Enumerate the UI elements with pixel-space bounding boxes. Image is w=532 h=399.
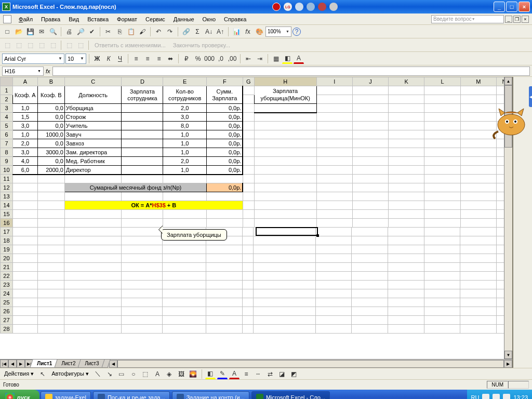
currency-icon[interactable]: ₽ [181, 54, 192, 64]
cell[interactable]: 3,0 [163, 113, 207, 122]
cell[interactable]: 0,0р. [207, 113, 243, 122]
col-header[interactable]: C [64, 77, 122, 86]
tab-prev-icon[interactable]: ◀ [8, 360, 17, 368]
cell[interactable]: Сторож [64, 113, 122, 122]
align-left-icon[interactable]: ≡ [131, 54, 141, 64]
cell[interactable] [206, 298, 242, 307]
cell[interactable] [64, 307, 121, 316]
cell[interactable] [352, 281, 388, 289]
col-header[interactable]: D [122, 77, 163, 86]
cell[interactable] [206, 254, 242, 263]
cell[interactable]: Зарплатауборщица(МинОК) [254, 86, 316, 104]
cell[interactable] [424, 298, 460, 307]
assistant-cat-icon[interactable] [490, 103, 532, 139]
cell[interactable] [163, 289, 206, 298]
col-header[interactable]: B [37, 77, 64, 86]
cell[interactable] [242, 236, 254, 245]
cell[interactable] [64, 289, 121, 298]
row-header[interactable]: 15 [1, 210, 13, 219]
cell[interactable] [37, 289, 64, 298]
cell[interactable]: 1,0 [163, 148, 207, 157]
cell[interactable] [315, 325, 352, 334]
row-header[interactable]: 27 [1, 316, 13, 325]
minimize-button[interactable]: _ [494, 2, 505, 12]
fill-handle[interactable] [316, 234, 319, 237]
cell[interactable] [37, 245, 64, 254]
cell[interactable] [242, 254, 254, 263]
cell[interactable] [64, 263, 121, 272]
diagram-icon[interactable]: ◈ [164, 369, 175, 379]
inc-indent-icon[interactable]: ⇥ [255, 54, 265, 64]
menu-insert[interactable]: Вставка [83, 15, 113, 23]
paste-icon[interactable]: 📋 [126, 26, 136, 37]
cell[interactable] [460, 316, 497, 325]
ask-question-box[interactable]: Введите вопрос▼ [431, 15, 504, 23]
cell[interactable] [242, 316, 254, 325]
cell[interactable] [460, 272, 497, 281]
cell[interactable] [388, 254, 424, 263]
bold-icon[interactable]: Ж [92, 54, 102, 64]
select-all-corner[interactable] [1, 77, 13, 86]
fontcolor-icon[interactable]: A [229, 369, 240, 379]
cell[interactable] [37, 228, 64, 236]
italic-icon[interactable]: К [103, 54, 114, 64]
row-header[interactable]: 4 [1, 113, 13, 122]
cell[interactable] [121, 263, 163, 272]
cell[interactable] [206, 272, 242, 281]
cell[interactable]: 0,0р. [207, 104, 243, 113]
cell[interactable] [388, 228, 424, 236]
cell[interactable]: 2,0 [163, 104, 207, 113]
cell[interactable] [254, 228, 315, 236]
select-icon[interactable]: ↖ [37, 369, 48, 379]
cell[interactable]: 0,0 [37, 139, 64, 148]
cell[interactable] [12, 254, 37, 263]
linecolor-icon[interactable]: ✎ [217, 369, 228, 379]
cell[interactable]: Директор [64, 166, 122, 175]
clock[interactable]: 13:23 [513, 394, 528, 399]
cell[interactable] [388, 236, 424, 245]
cell[interactable] [254, 281, 315, 289]
cell[interactable]: 0,0 [37, 113, 64, 122]
cell[interactable] [64, 325, 121, 334]
row-header[interactable]: 1 [1, 86, 13, 95]
close-button[interactable]: × [518, 2, 530, 12]
cell[interactable]: 4,0 [12, 157, 37, 166]
cell[interactable] [388, 245, 424, 254]
cut-icon[interactable]: ✂ [103, 26, 113, 37]
cell[interactable] [388, 325, 424, 334]
cell[interactable]: 0,0р. [207, 166, 243, 175]
cell[interactable] [12, 263, 37, 272]
cell[interactable]: 0,0р. [207, 148, 243, 157]
autoshapes-menu[interactable]: Автофигуры ▾ [49, 370, 91, 377]
cell[interactable] [64, 272, 121, 281]
cell[interactable] [12, 289, 37, 298]
sort-asc-icon[interactable]: A↓ [204, 26, 214, 37]
cell[interactable]: Коэф. В [37, 86, 64, 104]
cell[interactable] [12, 272, 37, 281]
cell[interactable] [206, 316, 242, 325]
inc-decimal-icon[interactable]: ,0 [216, 54, 226, 64]
tab-first-icon[interactable]: |◀ [0, 360, 8, 368]
scroll-left-icon[interactable]: ◀ [109, 360, 117, 368]
col-header[interactable]: J [352, 77, 388, 86]
cell[interactable] [206, 325, 242, 334]
dash-icon[interactable]: ╌ [253, 369, 263, 379]
cell[interactable] [315, 298, 352, 307]
cell[interactable] [242, 272, 254, 281]
sheet-area[interactable]: A B C D E F G H I J K L M N 1 [0, 77, 513, 368]
row-header[interactable]: 25 [1, 298, 13, 307]
cell[interactable] [242, 263, 254, 272]
doc-minimize-button[interactable]: _ [505, 16, 512, 23]
cell[interactable] [388, 298, 424, 307]
search-icon[interactable]: 🔍 [48, 26, 58, 37]
cell[interactable] [121, 272, 163, 281]
hyperlink-icon[interactable]: 🔗 [181, 26, 191, 37]
sum-icon[interactable]: Σ [192, 26, 203, 37]
cell[interactable] [388, 272, 424, 281]
cell[interactable] [12, 316, 37, 325]
wordart-icon[interactable]: A [152, 369, 163, 379]
name-box[interactable]: H16▼ [2, 66, 44, 76]
borders-icon[interactable]: ▦ [271, 54, 281, 64]
cell[interactable] [163, 245, 206, 254]
tab-next-icon[interactable]: ▶ [17, 360, 25, 368]
